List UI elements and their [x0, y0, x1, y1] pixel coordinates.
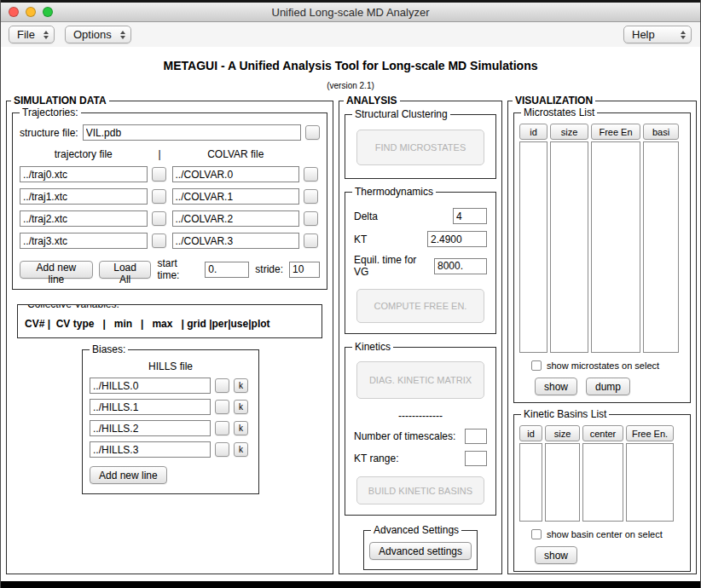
kt-range-input[interactable]: [465, 451, 487, 466]
kinetics-group: Kinetics DIAG. KINETIC MATRIX ----------…: [345, 347, 496, 516]
help-menu-button[interactable]: Help: [623, 26, 692, 43]
popup-arrows-icon: [119, 31, 127, 39]
build-kinetic-basins-button[interactable]: BUILD KINETIC BASINS: [356, 476, 484, 504]
microstates-free-en-list[interactable]: [591, 141, 640, 353]
browse-colvar-button[interactable]: [304, 167, 318, 182]
add-new-line-button[interactable]: Add new line: [20, 261, 93, 279]
delta-input[interactable]: [453, 208, 487, 224]
hills-file-input[interactable]: [90, 399, 211, 415]
hills-file-input[interactable]: [90, 441, 211, 458]
basins-free-en-column-button[interactable]: Free En.: [626, 425, 674, 441]
delta-label: Delta: [354, 210, 378, 222]
k-button[interactable]: k: [234, 442, 248, 457]
browse-trajectory-button[interactable]: [152, 167, 166, 182]
start-time-label: start time:: [157, 257, 199, 281]
basins-id-column-button[interactable]: id: [519, 425, 542, 441]
load-all-button[interactable]: Load All: [99, 261, 152, 279]
options-menu-button[interactable]: Options: [65, 26, 131, 43]
browse-colvar-button[interactable]: [304, 233, 318, 248]
browse-hills-button[interactable]: [215, 400, 229, 414]
browse-hills-button[interactable]: [215, 442, 229, 457]
visualization-title: VISUALIZATION: [513, 95, 595, 107]
options-menu-label: Options: [73, 28, 112, 41]
show-microstates-label: show microstates on select: [547, 360, 659, 371]
trajectory-file-input[interactable]: [20, 188, 148, 205]
microstates-dump-button[interactable]: dump: [586, 378, 630, 395]
kt-label: KT: [354, 233, 367, 245]
advanced-settings-title: Advanced Settings: [371, 524, 461, 536]
equil-time-input[interactable]: [434, 258, 487, 274]
browse-hills-button[interactable]: [215, 378, 229, 393]
compute-free-energy-button[interactable]: COMPUTE FREE EN.: [356, 289, 484, 323]
basins-free-en-list[interactable]: [626, 443, 674, 522]
structure-file-label: structure file:: [20, 127, 78, 139]
trajectory-row: [20, 233, 320, 249]
find-microstates-button[interactable]: FIND MICROSTATES: [356, 130, 484, 165]
basins-center-column-button[interactable]: center: [582, 425, 623, 441]
show-basin-center-checkbox[interactable]: [531, 529, 542, 539]
hills-file-input[interactable]: [90, 420, 211, 436]
timescales-input[interactable]: [465, 429, 487, 444]
advanced-settings-button[interactable]: Advanced settings: [369, 542, 472, 560]
k-button[interactable]: k: [234, 378, 248, 393]
microstates-show-button[interactable]: show: [535, 378, 577, 395]
browse-trajectory-button[interactable]: [152, 189, 166, 204]
hills-file-column-label: HILLS file: [90, 360, 252, 372]
trajectories-title: Trajectories:: [20, 107, 81, 118]
kinetic-basins-list-title: Kinetic Basins List: [521, 408, 609, 420]
browse-trajectory-button[interactable]: [152, 211, 166, 226]
file-menu-label: File: [17, 28, 35, 41]
basins-size-column-button[interactable]: size: [545, 425, 580, 441]
k-button[interactable]: k: [234, 421, 248, 435]
basins-center-list[interactable]: [582, 443, 623, 522]
zoom-window-button[interactable]: [43, 7, 53, 17]
thermodynamics-title: Thermodynamics: [352, 186, 436, 198]
start-time-input[interactable]: [205, 262, 249, 278]
trajectory-row: [20, 166, 320, 182]
colvar-file-input[interactable]: [172, 188, 300, 205]
biases-group: Biases: HILLS file k k k k: [82, 349, 259, 494]
structure-file-input[interactable]: [83, 124, 301, 141]
microstates-basin-column-button[interactable]: basi: [643, 124, 679, 140]
microstates-basin-list[interactable]: [643, 141, 679, 353]
popup-arrows-icon: [42, 31, 50, 39]
trajectory-file-input[interactable]: [20, 210, 148, 227]
colvar-file-input[interactable]: [172, 233, 300, 249]
kt-input[interactable]: [427, 231, 487, 247]
title-bar[interactable]: Unified Long-scale MD Analyzer: [1, 3, 700, 22]
menu-bar: File Options Help: [1, 22, 700, 47]
microstates-id-column-button[interactable]: id: [519, 124, 547, 140]
browse-colvar-button[interactable]: [304, 189, 318, 204]
k-button[interactable]: k: [234, 400, 248, 414]
microstates-id-list[interactable]: [519, 141, 547, 353]
microstates-free-en-column-button[interactable]: Free En: [591, 124, 640, 140]
colvar-file-input[interactable]: [172, 210, 300, 227]
microstates-size-list[interactable]: [550, 141, 588, 353]
trajectories-group: Trajectories: structure file: trajectory…: [12, 112, 327, 290]
help-menu-label: Help: [632, 28, 655, 41]
file-menu-button[interactable]: File: [9, 26, 55, 43]
basins-id-list[interactable]: [519, 443, 542, 522]
trajectory-file-input[interactable]: [20, 166, 148, 182]
minimize-window-button[interactable]: [26, 7, 36, 17]
close-window-button[interactable]: [9, 7, 19, 17]
colvar-file-column-label: COLVAR file: [172, 148, 300, 160]
browse-colvar-button[interactable]: [304, 211, 318, 226]
colvar-file-input[interactable]: [172, 166, 300, 182]
browse-structure-button[interactable]: [305, 125, 320, 140]
show-microstates-checkbox[interactable]: [531, 360, 542, 371]
simulation-data-title: SIMULATION DATA: [11, 95, 109, 107]
hills-file-input[interactable]: [90, 378, 211, 394]
stride-input[interactable]: [289, 262, 320, 278]
window-title: Unified Long-scale MD Analyzer: [272, 6, 430, 19]
add-new-hills-line-button[interactable]: Add new line: [90, 466, 167, 484]
hills-row: k: [90, 399, 252, 415]
browse-hills-button[interactable]: [215, 421, 229, 435]
basins-size-list[interactable]: [545, 443, 580, 522]
diag-kinetic-matrix-button[interactable]: DIAG. KINETIC MATRIX: [356, 361, 484, 399]
microstates-size-column-button[interactable]: size: [550, 124, 588, 140]
browse-trajectory-button[interactable]: [152, 233, 166, 248]
basins-show-button[interactable]: show: [535, 546, 577, 564]
trajectory-file-input[interactable]: [20, 233, 148, 249]
kinetics-title: Kinetics: [352, 341, 393, 353]
